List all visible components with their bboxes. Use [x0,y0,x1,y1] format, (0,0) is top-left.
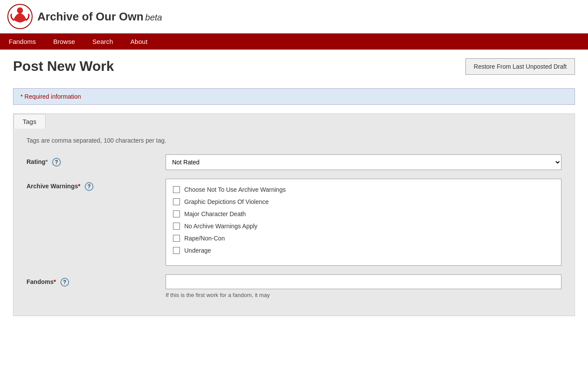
checkbox-no-warnings-apply[interactable] [173,223,180,230]
list-item: Major Character Death [173,208,554,220]
fandoms-label-text: Fandoms [27,278,53,285]
page-header: Post New Work Restore From Last Unposted… [13,58,575,81]
ao3-logo-icon [7,3,33,30]
fandoms-note: If this is the first work for a fandom, … [166,292,561,298]
checkbox-rape-non-con[interactable] [173,235,180,242]
archive-warnings-label: Archive Warnings* ? [27,179,166,191]
restore-draft-button[interactable]: Restore From Last Unposted Draft [465,58,575,75]
label-graphic-violence[interactable]: Graphic Depictions Of Violence [184,198,269,205]
main-content: Post New Work Restore From Last Unposted… [0,50,588,325]
checkbox-no-archive-warnings[interactable] [173,186,180,193]
list-item: Choose Not To Use Archive Warnings [173,184,554,196]
page-title: Post New Work [13,58,114,74]
list-item: Graphic Depictions Of Violence [173,196,554,208]
archive-warnings-help-icon[interactable]: ? [85,182,93,191]
archive-warnings-row: Archive Warnings* ? Choose Not To Use Ar… [27,179,561,266]
logo-site-name: Archive of Our Own [37,10,143,23]
site-header: Archive of Our Own beta [0,0,588,33]
checkbox-graphic-violence[interactable] [173,198,180,205]
fandoms-input[interactable] [166,274,561,289]
nav-about[interactable]: About [122,33,156,50]
tag-note: Tags are comma separated, 100 characters… [27,137,561,144]
rating-label-text: Rating [27,158,46,165]
nav-fandoms[interactable]: Fandoms [0,33,45,50]
rating-row: Rating* ? Not Rated General Audiences Te… [27,154,561,170]
rating-label: Rating* ? [27,154,166,167]
archive-warnings-label-text: Archive Warnings [27,183,78,190]
checkbox-underage[interactable] [173,247,180,254]
archive-warnings-field: Choose Not To Use Archive Warnings Graph… [166,179,561,266]
nav-search[interactable]: Search [84,33,122,50]
rating-select[interactable]: Not Rated General Audiences Teen And Up … [166,154,561,170]
checkbox-major-character-death[interactable] [173,210,180,217]
tags-content: Tags are comma separated, 100 characters… [13,128,575,316]
label-no-archive-warnings[interactable]: Choose Not To Use Archive Warnings [184,186,286,193]
label-underage[interactable]: Underage [184,247,211,254]
site-logo[interactable]: Archive of Our Own beta [7,3,162,30]
rating-help-icon[interactable]: ? [52,158,61,167]
label-major-character-death[interactable]: Major Character Death [184,210,246,217]
list-item: No Archive Warnings Apply [173,220,554,232]
rating-field: Not Rated General Audiences Teen And Up … [166,154,561,170]
fandoms-field: If this is the first work for a fandom, … [166,274,561,298]
fandoms-row: Fandoms* ? If this is the first work for… [27,274,561,298]
main-nav: Fandoms Browse Search About [0,33,588,50]
list-item: Rape/Non-Con [173,232,554,244]
required-info-bar: * Required information [13,88,575,105]
tags-section: Tags Tags are comma separated, 100 chara… [13,113,575,316]
logo-beta-label: beta [145,13,162,22]
label-no-warnings-apply[interactable]: No Archive Warnings Apply [184,223,257,230]
label-rape-non-con[interactable]: Rape/Non-Con [184,235,225,242]
nav-browse[interactable]: Browse [45,33,84,50]
tags-tab[interactable]: Tags [13,114,46,129]
fandoms-help-icon[interactable]: ? [60,278,69,287]
archive-warnings-checkbox-list: Choose Not To Use Archive Warnings Graph… [166,179,561,266]
list-item: Underage [173,244,554,257]
logo-text-group: Archive of Our Own beta [37,10,162,23]
svg-point-1 [17,7,23,13]
fandoms-label: Fandoms* ? [27,274,166,287]
